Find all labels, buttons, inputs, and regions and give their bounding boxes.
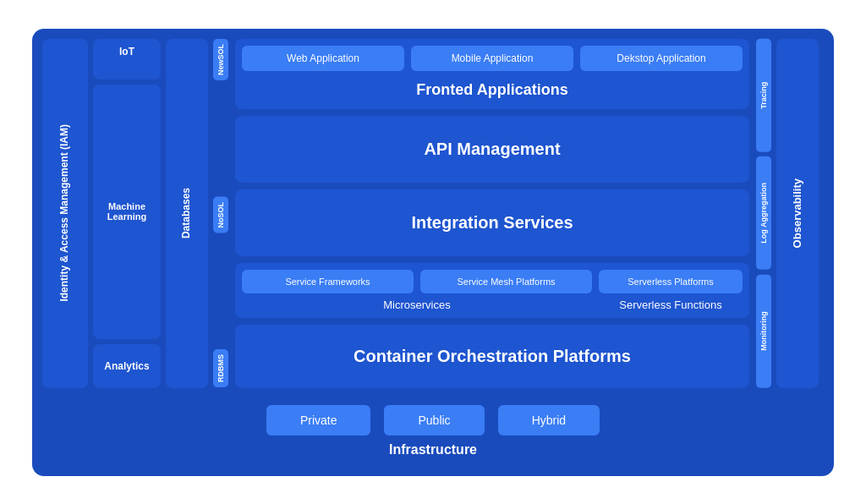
public-chip: Public: [384, 405, 484, 436]
center-column: Web Application Mobile Application Dekst…: [235, 39, 749, 388]
iot-label: IoT: [119, 46, 134, 58]
desktop-application-chip: Dekstop Application: [580, 46, 743, 71]
service-mesh-label: Service Mesh Platforms: [457, 277, 555, 287]
api-section: API Management: [235, 116, 749, 183]
analytics-label: Analytics: [104, 360, 149, 372]
private-chip: Private: [266, 405, 371, 436]
container-section: Container Orchestration Platforms: [235, 325, 749, 388]
desktop-app-label: Dekstop Application: [617, 52, 705, 64]
databases-block: Databases: [166, 39, 208, 388]
db-chip-newsol: NewSOL: [213, 39, 228, 80]
db-chip-nosol: NoSOL: [213, 197, 228, 233]
obs-chip-log: Log Aggregation: [756, 156, 771, 270]
mobile-application-chip: Mobile Application: [411, 46, 573, 71]
left-column: Identity & Access Management (IAM) IoT M…: [42, 39, 228, 388]
infrastructure-label: Infrastructure: [56, 442, 810, 457]
analytics-block: Analytics: [93, 344, 161, 388]
db-chip-rdbms: RDBMS: [213, 349, 228, 387]
left-inner-col: IoT Machine Learning Analytics: [93, 39, 161, 388]
container-label: Container Orchestration Platforms: [242, 337, 743, 376]
databases-column: Databases NewSOL NoSOL RDBMS: [166, 39, 228, 388]
microservices-section: Service Frameworks Service Mesh Platform…: [235, 263, 749, 318]
service-mesh-chip: Service Mesh Platforms: [420, 270, 592, 293]
ms-right: Serverless Platforms Serverless Function…: [599, 270, 743, 311]
integration-label: Integration Services: [242, 203, 743, 243]
obs-chips-col: Tracing Log Aggregation Monitoring: [756, 39, 771, 388]
serverless-platforms-chip: Serverless Platforms: [599, 270, 743, 293]
diagram-container: Identity & Access Management (IAM) IoT M…: [19, 15, 847, 490]
main-wrapper: Identity & Access Management (IAM) IoT M…: [32, 29, 834, 476]
infra-chips-row: Private Public Hybrid: [56, 405, 810, 436]
app-chips-row: Web Application Mobile Application Dekst…: [242, 46, 743, 71]
integration-section: Integration Services: [235, 189, 749, 256]
fronted-section: Web Application Mobile Application Dekst…: [235, 39, 749, 109]
service-frameworks-chip: Service Frameworks: [242, 270, 414, 293]
ml-block: Machine Learning: [93, 85, 161, 339]
hybrid-label: Hybrid: [532, 414, 566, 427]
top-area: Identity & Access Management (IAM) IoT M…: [42, 39, 824, 388]
obs-chip-tracing: Tracing: [756, 39, 771, 152]
web-application-chip: Web Application: [242, 46, 404, 71]
databases-label: Databases: [180, 188, 194, 238]
api-label: API Management: [242, 129, 743, 169]
serverless-functions-label: Serverless Functions: [599, 299, 743, 311]
ml-label: Machine Learning: [98, 201, 156, 222]
microservices-label: Microservices: [242, 299, 592, 311]
fronted-label: Fronted Applications: [242, 78, 743, 102]
ms-chips-row: Service Frameworks Service Mesh Platform…: [242, 270, 592, 293]
private-label: Private: [300, 414, 337, 427]
iam-label: Identity & Access Management (IAM): [58, 124, 72, 302]
web-app-label: Web Application: [287, 52, 359, 64]
mobile-app-label: Mobile Application: [452, 52, 534, 64]
public-label: Public: [418, 414, 450, 427]
iot-block: IoT: [93, 39, 161, 79]
service-frameworks-label: Service Frameworks: [285, 277, 370, 287]
obs-chip-monitoring: Monitoring: [756, 275, 771, 388]
ms-left: Service Frameworks Service Mesh Platform…: [242, 270, 592, 311]
observability-block: Observability: [776, 39, 819, 388]
serverless-platforms-label: Serverless Platforms: [628, 277, 713, 287]
right-column: Tracing Log Aggregation Monitoring Obser…: [756, 39, 824, 388]
iam-block: Identity & Access Management (IAM): [42, 39, 88, 388]
db-chips-col: NewSOL NoSOL RDBMS: [213, 39, 228, 388]
observability-label: Observability: [791, 178, 805, 248]
infrastructure-row: Private Public Hybrid Infrastructure: [42, 397, 824, 466]
hybrid-chip: Hybrid: [498, 405, 600, 436]
